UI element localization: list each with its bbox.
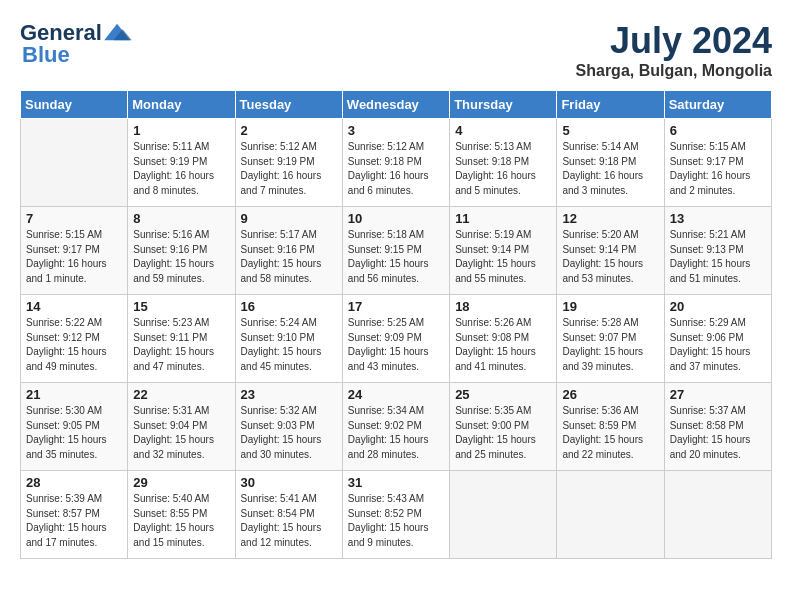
day-number: 15 bbox=[133, 299, 229, 314]
day-cell: 28Sunrise: 5:39 AM Sunset: 8:57 PM Dayli… bbox=[21, 471, 128, 559]
day-info: Sunrise: 5:37 AM Sunset: 8:58 PM Dayligh… bbox=[670, 404, 766, 462]
day-info: Sunrise: 5:21 AM Sunset: 9:13 PM Dayligh… bbox=[670, 228, 766, 286]
week-row-1: 1Sunrise: 5:11 AM Sunset: 9:19 PM Daylig… bbox=[21, 119, 772, 207]
title-block: July 2024 Sharga, Bulgan, Mongolia bbox=[576, 20, 772, 80]
day-cell: 31Sunrise: 5:43 AM Sunset: 8:52 PM Dayli… bbox=[342, 471, 449, 559]
day-cell: 26Sunrise: 5:36 AM Sunset: 8:59 PM Dayli… bbox=[557, 383, 664, 471]
day-cell bbox=[664, 471, 771, 559]
day-info: Sunrise: 5:35 AM Sunset: 9:00 PM Dayligh… bbox=[455, 404, 551, 462]
day-cell bbox=[557, 471, 664, 559]
day-cell: 5Sunrise: 5:14 AM Sunset: 9:18 PM Daylig… bbox=[557, 119, 664, 207]
day-info: Sunrise: 5:20 AM Sunset: 9:14 PM Dayligh… bbox=[562, 228, 658, 286]
day-number: 13 bbox=[670, 211, 766, 226]
day-number: 5 bbox=[562, 123, 658, 138]
week-row-5: 28Sunrise: 5:39 AM Sunset: 8:57 PM Dayli… bbox=[21, 471, 772, 559]
day-number: 9 bbox=[241, 211, 337, 226]
week-row-2: 7Sunrise: 5:15 AM Sunset: 9:17 PM Daylig… bbox=[21, 207, 772, 295]
day-info: Sunrise: 5:43 AM Sunset: 8:52 PM Dayligh… bbox=[348, 492, 444, 550]
day-info: Sunrise: 5:15 AM Sunset: 9:17 PM Dayligh… bbox=[26, 228, 122, 286]
day-number: 2 bbox=[241, 123, 337, 138]
day-number: 29 bbox=[133, 475, 229, 490]
week-row-4: 21Sunrise: 5:30 AM Sunset: 9:05 PM Dayli… bbox=[21, 383, 772, 471]
day-cell: 2Sunrise: 5:12 AM Sunset: 9:19 PM Daylig… bbox=[235, 119, 342, 207]
day-cell: 4Sunrise: 5:13 AM Sunset: 9:18 PM Daylig… bbox=[450, 119, 557, 207]
day-number: 24 bbox=[348, 387, 444, 402]
day-info: Sunrise: 5:12 AM Sunset: 9:19 PM Dayligh… bbox=[241, 140, 337, 198]
month-title: July 2024 bbox=[576, 20, 772, 62]
day-number: 11 bbox=[455, 211, 551, 226]
column-headers: SundayMondayTuesdayWednesdayThursdayFrid… bbox=[21, 91, 772, 119]
day-number: 12 bbox=[562, 211, 658, 226]
day-info: Sunrise: 5:16 AM Sunset: 9:16 PM Dayligh… bbox=[133, 228, 229, 286]
day-cell: 13Sunrise: 5:21 AM Sunset: 9:13 PM Dayli… bbox=[664, 207, 771, 295]
day-cell: 7Sunrise: 5:15 AM Sunset: 9:17 PM Daylig… bbox=[21, 207, 128, 295]
day-number: 21 bbox=[26, 387, 122, 402]
day-info: Sunrise: 5:11 AM Sunset: 9:19 PM Dayligh… bbox=[133, 140, 229, 198]
column-header-friday: Friday bbox=[557, 91, 664, 119]
day-cell: 30Sunrise: 5:41 AM Sunset: 8:54 PM Dayli… bbox=[235, 471, 342, 559]
logo: General Blue bbox=[20, 20, 132, 68]
day-info: Sunrise: 5:32 AM Sunset: 9:03 PM Dayligh… bbox=[241, 404, 337, 462]
day-cell: 17Sunrise: 5:25 AM Sunset: 9:09 PM Dayli… bbox=[342, 295, 449, 383]
day-number: 8 bbox=[133, 211, 229, 226]
day-info: Sunrise: 5:22 AM Sunset: 9:12 PM Dayligh… bbox=[26, 316, 122, 374]
day-cell: 29Sunrise: 5:40 AM Sunset: 8:55 PM Dayli… bbox=[128, 471, 235, 559]
day-number: 27 bbox=[670, 387, 766, 402]
day-info: Sunrise: 5:39 AM Sunset: 8:57 PM Dayligh… bbox=[26, 492, 122, 550]
day-number: 22 bbox=[133, 387, 229, 402]
calendar-table: SundayMondayTuesdayWednesdayThursdayFrid… bbox=[20, 90, 772, 559]
day-info: Sunrise: 5:31 AM Sunset: 9:04 PM Dayligh… bbox=[133, 404, 229, 462]
day-cell: 3Sunrise: 5:12 AM Sunset: 9:18 PM Daylig… bbox=[342, 119, 449, 207]
day-info: Sunrise: 5:29 AM Sunset: 9:06 PM Dayligh… bbox=[670, 316, 766, 374]
location: Sharga, Bulgan, Mongolia bbox=[576, 62, 772, 80]
day-info: Sunrise: 5:25 AM Sunset: 9:09 PM Dayligh… bbox=[348, 316, 444, 374]
day-info: Sunrise: 5:28 AM Sunset: 9:07 PM Dayligh… bbox=[562, 316, 658, 374]
column-header-tuesday: Tuesday bbox=[235, 91, 342, 119]
day-info: Sunrise: 5:36 AM Sunset: 8:59 PM Dayligh… bbox=[562, 404, 658, 462]
day-cell bbox=[450, 471, 557, 559]
day-info: Sunrise: 5:19 AM Sunset: 9:14 PM Dayligh… bbox=[455, 228, 551, 286]
day-number: 10 bbox=[348, 211, 444, 226]
day-cell: 20Sunrise: 5:29 AM Sunset: 9:06 PM Dayli… bbox=[664, 295, 771, 383]
day-cell: 19Sunrise: 5:28 AM Sunset: 9:07 PM Dayli… bbox=[557, 295, 664, 383]
day-number: 18 bbox=[455, 299, 551, 314]
day-info: Sunrise: 5:12 AM Sunset: 9:18 PM Dayligh… bbox=[348, 140, 444, 198]
day-cell: 9Sunrise: 5:17 AM Sunset: 9:16 PM Daylig… bbox=[235, 207, 342, 295]
day-info: Sunrise: 5:14 AM Sunset: 9:18 PM Dayligh… bbox=[562, 140, 658, 198]
day-cell: 12Sunrise: 5:20 AM Sunset: 9:14 PM Dayli… bbox=[557, 207, 664, 295]
day-number: 1 bbox=[133, 123, 229, 138]
day-cell: 27Sunrise: 5:37 AM Sunset: 8:58 PM Dayli… bbox=[664, 383, 771, 471]
day-cell: 21Sunrise: 5:30 AM Sunset: 9:05 PM Dayli… bbox=[21, 383, 128, 471]
page-header: General Blue July 2024 Sharga, Bulgan, M… bbox=[20, 20, 772, 80]
day-info: Sunrise: 5:23 AM Sunset: 9:11 PM Dayligh… bbox=[133, 316, 229, 374]
day-number: 19 bbox=[562, 299, 658, 314]
day-number: 16 bbox=[241, 299, 337, 314]
day-cell: 11Sunrise: 5:19 AM Sunset: 9:14 PM Dayli… bbox=[450, 207, 557, 295]
day-info: Sunrise: 5:17 AM Sunset: 9:16 PM Dayligh… bbox=[241, 228, 337, 286]
day-cell: 14Sunrise: 5:22 AM Sunset: 9:12 PM Dayli… bbox=[21, 295, 128, 383]
day-cell: 25Sunrise: 5:35 AM Sunset: 9:00 PM Dayli… bbox=[450, 383, 557, 471]
day-cell: 1Sunrise: 5:11 AM Sunset: 9:19 PM Daylig… bbox=[128, 119, 235, 207]
week-row-3: 14Sunrise: 5:22 AM Sunset: 9:12 PM Dayli… bbox=[21, 295, 772, 383]
day-number: 30 bbox=[241, 475, 337, 490]
day-cell: 15Sunrise: 5:23 AM Sunset: 9:11 PM Dayli… bbox=[128, 295, 235, 383]
logo-icon bbox=[104, 22, 132, 44]
day-number: 4 bbox=[455, 123, 551, 138]
day-info: Sunrise: 5:41 AM Sunset: 8:54 PM Dayligh… bbox=[241, 492, 337, 550]
day-cell: 10Sunrise: 5:18 AM Sunset: 9:15 PM Dayli… bbox=[342, 207, 449, 295]
day-info: Sunrise: 5:30 AM Sunset: 9:05 PM Dayligh… bbox=[26, 404, 122, 462]
column-header-monday: Monday bbox=[128, 91, 235, 119]
day-info: Sunrise: 5:15 AM Sunset: 9:17 PM Dayligh… bbox=[670, 140, 766, 198]
logo-blue: Blue bbox=[22, 42, 70, 68]
day-number: 17 bbox=[348, 299, 444, 314]
day-cell: 18Sunrise: 5:26 AM Sunset: 9:08 PM Dayli… bbox=[450, 295, 557, 383]
day-number: 31 bbox=[348, 475, 444, 490]
day-number: 26 bbox=[562, 387, 658, 402]
day-number: 25 bbox=[455, 387, 551, 402]
day-cell: 16Sunrise: 5:24 AM Sunset: 9:10 PM Dayli… bbox=[235, 295, 342, 383]
day-cell: 22Sunrise: 5:31 AM Sunset: 9:04 PM Dayli… bbox=[128, 383, 235, 471]
column-header-sunday: Sunday bbox=[21, 91, 128, 119]
day-info: Sunrise: 5:24 AM Sunset: 9:10 PM Dayligh… bbox=[241, 316, 337, 374]
day-info: Sunrise: 5:18 AM Sunset: 9:15 PM Dayligh… bbox=[348, 228, 444, 286]
day-number: 20 bbox=[670, 299, 766, 314]
